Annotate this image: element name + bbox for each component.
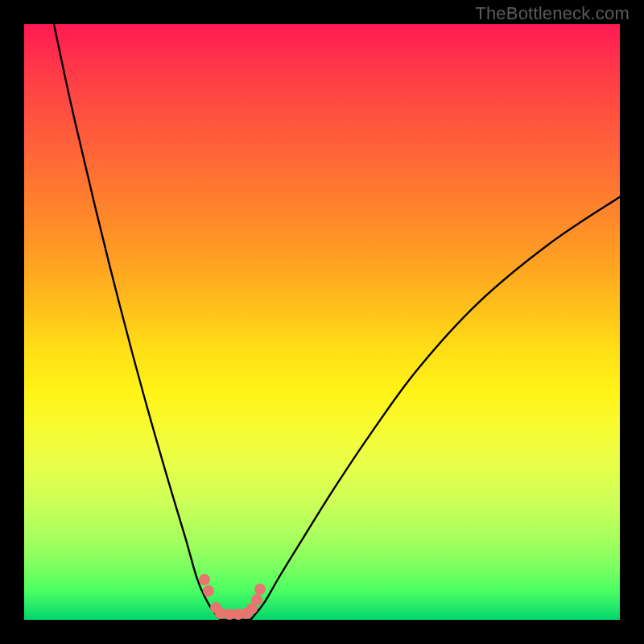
data-marker <box>251 594 262 605</box>
watermark-text: TheBottleneck.com <box>475 3 630 24</box>
series-left-branch <box>54 24 221 620</box>
chart-frame: TheBottleneck.com <box>0 0 644 644</box>
plot-area <box>24 24 620 620</box>
data-marker <box>254 584 266 595</box>
series-right-branch <box>250 197 620 620</box>
data-marker <box>199 574 210 585</box>
data-marker <box>203 585 214 597</box>
curve-layer <box>24 24 620 620</box>
